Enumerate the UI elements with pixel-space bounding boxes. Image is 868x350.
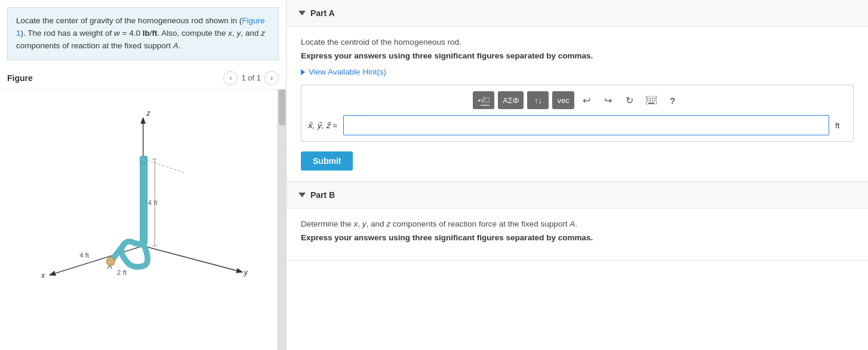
part-b-body: Determine the x, y, and z components of … (287, 209, 868, 260)
svg-rect-13 (140, 156, 147, 246)
part-b-express: Express your answers using three signifi… (301, 233, 854, 242)
problem-statement: Locate the center of gravity of the homo… (7, 7, 279, 60)
svg-line-2 (143, 246, 242, 272)
part-b-section: Part B Determine the x, y, and z compone… (287, 182, 868, 261)
figure-area: z y x 4 ft 4 ft 2 ft A (0, 89, 286, 350)
hint-triangle-icon (301, 69, 305, 75)
svg-text:2 ft: 2 ft (117, 268, 127, 276)
svg-rect-22 (652, 98, 653, 99)
svg-rect-14 (140, 156, 147, 163)
figure-header: Figure ‹ 1 of 1 › (0, 67, 286, 89)
svg-text:4 ft: 4 ft (147, 199, 158, 206)
svg-text:z: z (146, 109, 151, 117)
hint-text: View Available Hint(s) (309, 67, 386, 76)
figure-svg: z y x 4 ft 4 ft 2 ft A (12, 95, 263, 292)
part-a-label: Part A (310, 8, 335, 18)
part-b-header[interactable]: Part B (287, 182, 868, 209)
answer-row: x̄, ȳ, z̄ = ft (307, 115, 847, 135)
math-toolbar: ▪ √□ ΑΣΦ ↑↓ vec ↩ ↪ ↻ ? (307, 91, 847, 109)
arrows-btn[interactable]: ↑↓ (527, 91, 549, 109)
hint-link[interactable]: View Available Hint(s) (301, 67, 854, 76)
svg-point-15 (107, 258, 115, 266)
answer-container: ▪ √□ ΑΣΦ ↑↓ vec ↩ ↪ ↻ ? (301, 85, 854, 142)
svg-rect-26 (652, 100, 653, 101)
svg-rect-24 (647, 100, 648, 101)
svg-line-7 (143, 159, 184, 172)
redo-btn[interactable]: ↪ (599, 91, 617, 109)
scrollbar[interactable] (278, 89, 286, 350)
svg-rect-20 (647, 98, 648, 99)
keyboard-btn[interactable] (642, 91, 660, 109)
scrollbar-thumb[interactable] (279, 89, 285, 125)
right-panel: Part A Locate the centroid of the homoge… (287, 0, 868, 350)
left-panel: Locate the center of gravity of the homo… (0, 0, 287, 350)
help-btn[interactable]: ? (664, 91, 682, 109)
svg-text:x: x (41, 271, 45, 280)
figure-title: Figure (7, 73, 33, 83)
svg-rect-28 (648, 103, 654, 104)
part-a-express: Express your answers using three signifi… (301, 51, 854, 60)
part-a-header[interactable]: Part A (287, 0, 868, 27)
svg-rect-23 (654, 98, 655, 99)
svg-text:y: y (244, 268, 248, 277)
part-b-collapse-icon (298, 193, 306, 197)
undo-btn[interactable]: ↩ (578, 91, 596, 109)
svg-rect-27 (654, 100, 655, 101)
answer-label: x̄, ȳ, z̄ = (307, 120, 337, 130)
svg-text:4 ft: 4 ft (79, 251, 90, 259)
part-a-collapse-icon (298, 11, 306, 16)
sqrt-btn[interactable]: ▪ √□ (473, 91, 494, 109)
answer-input[interactable] (343, 115, 829, 135)
submit-btn[interactable]: Submit (301, 151, 353, 171)
vec-btn[interactable]: vec (552, 91, 574, 109)
svg-rect-25 (650, 100, 651, 101)
part-a-instruction: Locate the centroid of the homogeneous r… (301, 38, 854, 47)
refresh-btn[interactable]: ↻ (621, 91, 639, 109)
figure-count: 1 of 1 (241, 73, 261, 82)
answer-unit: ft (835, 121, 847, 130)
svg-rect-21 (650, 98, 651, 99)
greek-btn[interactable]: ΑΣΦ (498, 91, 524, 109)
part-a-section: Part A Locate the centroid of the homoge… (287, 0, 868, 182)
part-b-instruction: Determine the x, y, and z components of … (301, 219, 854, 228)
part-a-body: Locate the centroid of the homogeneous r… (287, 27, 868, 181)
figure-nav: ‹ 1 of 1 › (223, 71, 279, 85)
figure-next-btn[interactable]: › (264, 71, 279, 85)
part-b-label: Part B (310, 190, 335, 200)
figure-prev-btn[interactable]: ‹ (223, 71, 238, 85)
